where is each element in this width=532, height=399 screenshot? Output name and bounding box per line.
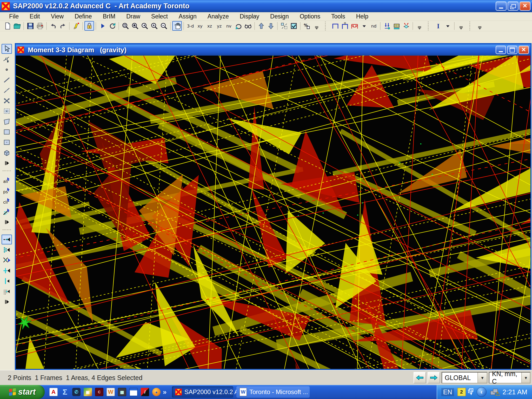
print-button[interactable] bbox=[35, 21, 45, 31]
doc-minimize-button[interactable] bbox=[496, 46, 506, 54]
minimize-button[interactable] bbox=[496, 2, 507, 11]
menu-display[interactable]: Display bbox=[234, 12, 265, 21]
winamp-quick-launch-icon[interactable]: W bbox=[107, 388, 115, 396]
lock-model-button[interactable] bbox=[84, 21, 94, 31]
perspective-toggle-button[interactable] bbox=[243, 21, 253, 31]
refresh-view-button[interactable] bbox=[107, 21, 117, 31]
draw-braces-button[interactable] bbox=[2, 85, 12, 95]
menu-view[interactable]: View bbox=[45, 12, 69, 21]
next-view-button[interactable] bbox=[428, 372, 440, 383]
moment-diagram-canvas[interactable] bbox=[16, 56, 530, 369]
move-down-in-list-button[interactable] bbox=[266, 21, 276, 31]
menu-assign[interactable]: Assign bbox=[173, 12, 202, 21]
zoom-in-button[interactable] bbox=[149, 21, 159, 31]
menu-brim[interactable]: BrIM bbox=[97, 12, 121, 21]
menu-draw[interactable]: Draw bbox=[121, 12, 146, 21]
view-xy-button[interactable]: xy bbox=[195, 21, 205, 31]
quick-area-button[interactable] bbox=[2, 137, 12, 147]
units-select[interactable]: KN, mm, C ▼ bbox=[489, 372, 530, 383]
select-pointer-button[interactable] bbox=[2, 44, 12, 54]
snap-intersections-button[interactable] bbox=[2, 255, 12, 265]
bridge-wizard-button[interactable] bbox=[350, 21, 359, 31]
redo-button[interactable] bbox=[58, 21, 68, 31]
assign-joint-load-button[interactable] bbox=[382, 21, 392, 31]
move-up-in-list-button[interactable] bbox=[256, 21, 266, 31]
more-draw-tools-button[interactable] bbox=[2, 158, 12, 168]
quick-frame-button[interactable] bbox=[2, 106, 12, 116]
taskbar-task-sap2000[interactable]: SAP2000 v12.0.2 Ad... bbox=[172, 386, 233, 398]
select-all-button[interactable]: all bbox=[2, 176, 12, 185]
corel-quick-launch-icon[interactable]: C bbox=[95, 388, 103, 396]
menu-define[interactable]: Define bbox=[69, 12, 97, 21]
more-snap-tools-button[interactable] bbox=[2, 297, 12, 307]
undo-button[interactable] bbox=[48, 21, 58, 31]
draw-point-button[interactable] bbox=[2, 65, 12, 75]
object-shrink-toggle-button[interactable] bbox=[279, 21, 289, 31]
hide-tray-icons-chevron[interactable]: ‹ bbox=[477, 387, 487, 397]
snap-midpoints-button[interactable] bbox=[2, 245, 12, 255]
previous-view-button[interactable] bbox=[414, 372, 426, 383]
menu-file[interactable]: File bbox=[4, 12, 24, 21]
language-indicator[interactable]: EN bbox=[441, 388, 454, 396]
quick-braces-button[interactable] bbox=[2, 96, 12, 106]
draw-rect-area-button[interactable] bbox=[2, 127, 12, 137]
sigma-quick-launch-icon[interactable]: Σ bbox=[61, 388, 69, 396]
bridge-dropdown-button[interactable] bbox=[359, 21, 369, 31]
doc-close-button[interactable]: × bbox=[518, 46, 529, 54]
menu-edit[interactable]: Edit bbox=[24, 12, 45, 21]
edit-button[interactable] bbox=[71, 21, 81, 31]
chevron-down-icon[interactable]: ▼ bbox=[477, 373, 487, 383]
draw-frame-button[interactable] bbox=[2, 75, 12, 85]
nero-quick-launch-icon[interactable]: / bbox=[141, 388, 149, 396]
restore-button[interactable] bbox=[508, 2, 518, 11]
clear-selection-button[interactable]: clr bbox=[2, 196, 12, 206]
view-xz-button[interactable]: xz bbox=[205, 21, 214, 31]
chevron-down-icon[interactable]: ▼ bbox=[521, 373, 530, 383]
quick-launch-overflow-chevron[interactable]: » bbox=[161, 388, 169, 396]
previous-zoom-button[interactable] bbox=[140, 21, 149, 31]
new-model-button[interactable] bbox=[3, 21, 12, 31]
firefox-quick-launch-icon[interactable]: ● bbox=[152, 388, 161, 396]
moment-diagram-viewport[interactable] bbox=[16, 56, 530, 369]
frame-h-section-button[interactable]: H bbox=[340, 21, 350, 31]
draw-poly-area-button[interactable] bbox=[2, 117, 12, 127]
save-button[interactable] bbox=[25, 21, 35, 31]
rotate-3d-view-button[interactable] bbox=[234, 21, 243, 31]
open-file-button[interactable] bbox=[12, 21, 22, 31]
snap-edges-button[interactable] bbox=[2, 276, 12, 286]
tray-help-icon[interactable]: 2 bbox=[457, 388, 466, 396]
set-display-options-button[interactable] bbox=[289, 21, 298, 31]
close-button[interactable]: × bbox=[520, 2, 530, 11]
acrobat-quick-launch-icon[interactable]: A bbox=[49, 388, 58, 396]
more-select-tools-button[interactable] bbox=[2, 217, 12, 227]
taskbar-task-word[interactable]: W Toronto - Microsoft ... bbox=[236, 386, 310, 398]
show-values-button[interactable]: % bbox=[302, 21, 312, 31]
previous-selection-button[interactable]: ps bbox=[2, 186, 12, 196]
phone-quick-launch-icon[interactable]: ✆ bbox=[72, 388, 81, 396]
run-analysis-button[interactable] bbox=[98, 21, 107, 31]
calculator-quick-launch-icon[interactable]: ▦ bbox=[118, 388, 126, 396]
menu-select[interactable]: Select bbox=[146, 12, 173, 21]
snap-points-button[interactable] bbox=[2, 235, 12, 244]
zoom-out-button[interactable] bbox=[159, 21, 169, 31]
menu-options[interactable]: Options bbox=[294, 12, 326, 21]
window-quick-launch-icon[interactable] bbox=[129, 388, 138, 396]
restore-full-view-button[interactable] bbox=[130, 21, 140, 31]
rubber-band-zoom-button[interactable] bbox=[121, 21, 130, 31]
snap-grid-button[interactable] bbox=[2, 287, 12, 296]
extra-overflow-button[interactable] bbox=[475, 21, 484, 31]
frame-section-button[interactable] bbox=[330, 21, 340, 31]
draw-solid-button[interactable] bbox=[2, 148, 12, 158]
menu-help[interactable]: Help bbox=[351, 12, 374, 21]
design-overflow-button[interactable] bbox=[456, 21, 466, 31]
view-3d-button[interactable]: 3-d bbox=[185, 21, 195, 31]
snap-perpendicular-button[interactable] bbox=[2, 266, 12, 276]
pan-button[interactable] bbox=[172, 21, 182, 31]
deselect-button[interactable] bbox=[2, 207, 12, 217]
section-designer-button[interactable]: I bbox=[433, 21, 443, 31]
nd-button[interactable]: nd bbox=[369, 21, 378, 31]
reshape-object-button[interactable] bbox=[2, 54, 12, 64]
assign-overflow-button[interactable] bbox=[415, 21, 424, 31]
section-dropdown-button[interactable] bbox=[443, 21, 453, 31]
tray-restore-icon[interactable]: ▼ bbox=[469, 388, 473, 396]
